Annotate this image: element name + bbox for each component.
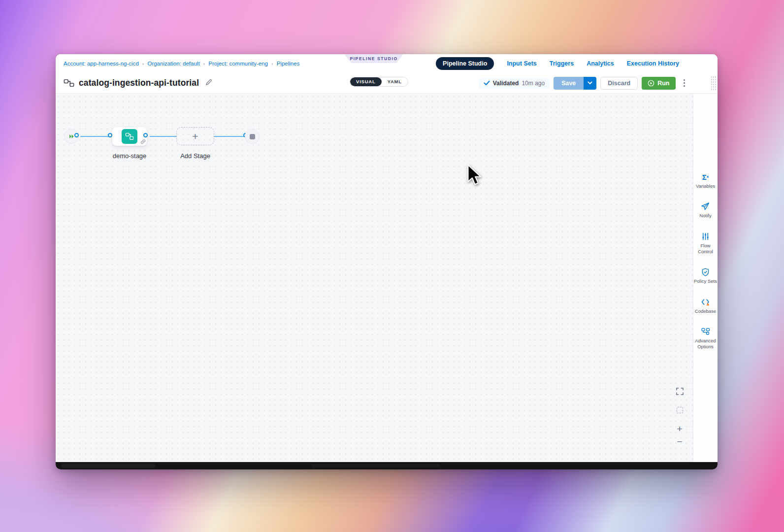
add-stage-label: Add Stage bbox=[176, 152, 214, 160]
link-icon bbox=[140, 139, 146, 144]
save-dropdown-button[interactable] bbox=[584, 77, 596, 90]
connector-line bbox=[150, 136, 176, 137]
sidebar-item-notify[interactable]: Notify bbox=[694, 202, 718, 219]
bottom-bar-content bbox=[62, 464, 155, 468]
connector-port[interactable] bbox=[74, 133, 79, 137]
stop-icon bbox=[250, 134, 255, 139]
breadcrumb-pipelines[interactable]: Pipelines bbox=[277, 61, 300, 66]
stage-label: demo-stage bbox=[100, 152, 159, 160]
top-bar: Account: app-harness-ng-cicd › Organizat… bbox=[56, 54, 718, 73]
toggle-visual[interactable]: VISUAL bbox=[350, 77, 382, 86]
pipeline-studio-badge: PIPELINE STUDIO bbox=[344, 54, 403, 63]
breadcrumb-organization[interactable]: Organization: default bbox=[147, 61, 199, 66]
play-icon bbox=[648, 80, 654, 87]
fit-view-button[interactable] bbox=[674, 404, 685, 415]
sidebar-item-label: Codebase bbox=[695, 308, 716, 314]
right-sidebar: Σx Variables Notify bbox=[693, 94, 718, 462]
custom-stage-icon bbox=[122, 129, 137, 144]
connector-line bbox=[80, 136, 108, 137]
save-button[interactable]: Save bbox=[554, 77, 584, 90]
pipeline-title: catalog-ingestion-api-tutorial bbox=[79, 78, 199, 88]
shield-check-icon bbox=[702, 267, 709, 276]
app-window: Account: app-harness-ng-cicd › Organizat… bbox=[56, 54, 718, 469]
kebab-menu[interactable] bbox=[681, 77, 688, 89]
breadcrumb-separator: › bbox=[142, 61, 144, 66]
code-warning-icon bbox=[701, 298, 710, 306]
resize-grip[interactable] bbox=[711, 76, 716, 91]
fit-view-icon bbox=[677, 407, 683, 413]
connector-line bbox=[214, 136, 244, 137]
bottom-bar bbox=[56, 462, 718, 469]
edit-title-button[interactable] bbox=[204, 78, 213, 88]
breadcrumb: Account: app-harness-ng-cicd › Organizat… bbox=[56, 61, 299, 66]
breadcrumb-separator: › bbox=[271, 61, 273, 66]
desktop-wallpaper: Account: app-harness-ng-cicd › Organizat… bbox=[0, 0, 784, 532]
tab-pipeline-studio[interactable]: Pipeline Studio bbox=[436, 57, 494, 70]
top-navigation: Pipeline Studio Input Sets Triggers Anal… bbox=[436, 57, 718, 70]
sidebar-item-codebase[interactable]: Codebase bbox=[694, 298, 718, 314]
sidebar-item-label: Flow Control bbox=[694, 243, 718, 255]
sidebar-item-label: Notify bbox=[699, 213, 711, 219]
zoom-in-button[interactable]: + bbox=[674, 423, 685, 434]
plus-icon: + bbox=[677, 424, 682, 433]
plus-icon: + bbox=[192, 131, 198, 141]
sidebar-item-advanced-options[interactable]: Advanced Options bbox=[694, 327, 718, 350]
double-play-icon bbox=[69, 134, 74, 139]
sigma-x-icon: Σx bbox=[702, 172, 709, 181]
connector-port[interactable] bbox=[108, 133, 112, 137]
breadcrumb-project[interactable]: Project: community-eng bbox=[208, 61, 268, 66]
chevron-down-icon bbox=[588, 81, 592, 85]
bottom-bar-content bbox=[312, 464, 440, 467]
sidebar-item-label: Policy Sets bbox=[694, 278, 717, 284]
mouse-cursor bbox=[467, 164, 484, 190]
fullscreen-button[interactable] bbox=[674, 386, 685, 397]
toolbar: catalog-ingestion-api-tutorial VISUAL YA… bbox=[56, 73, 718, 94]
tab-input-sets[interactable]: Input Sets bbox=[507, 60, 536, 67]
pipeline-end-node[interactable] bbox=[245, 129, 260, 144]
tab-execution-history[interactable]: Execution History bbox=[627, 60, 679, 67]
tab-triggers[interactable]: Triggers bbox=[550, 60, 574, 67]
validated-time: 10m ago bbox=[522, 80, 545, 87]
add-stage-node[interactable]: + bbox=[176, 127, 214, 145]
run-label: Run bbox=[657, 80, 669, 87]
minus-icon: − bbox=[677, 437, 682, 446]
sidebar-item-policy-sets[interactable]: Policy Sets bbox=[694, 267, 718, 284]
sidebar-item-flow-control[interactable]: Flow Control bbox=[694, 232, 718, 255]
paper-plane-icon bbox=[701, 202, 710, 211]
run-button[interactable]: Run bbox=[642, 77, 675, 90]
pipeline-canvas[interactable]: + demo-stage Add Stage bbox=[56, 94, 693, 462]
breadcrumb-separator: › bbox=[203, 61, 205, 66]
zoom-out-button[interactable]: − bbox=[674, 436, 685, 447]
toggle-yaml[interactable]: YAML bbox=[382, 77, 408, 86]
sidebar-item-label: Variables bbox=[696, 183, 715, 189]
connector-port[interactable] bbox=[143, 133, 148, 137]
check-icon bbox=[484, 80, 490, 86]
validated-badge: Validated 10m ago bbox=[479, 77, 550, 89]
pencil-icon bbox=[205, 79, 212, 87]
pipeline-icon bbox=[64, 79, 74, 87]
save-split-button: Save bbox=[554, 77, 596, 90]
sliders-icon bbox=[702, 232, 709, 241]
tab-analytics[interactable]: Analytics bbox=[587, 60, 614, 67]
sidebar-item-variables[interactable]: Σx Variables bbox=[694, 172, 718, 189]
sidebar-item-label: Advanced Options bbox=[694, 338, 718, 350]
fullscreen-icon bbox=[676, 388, 684, 395]
flow-gear-icon bbox=[701, 327, 710, 336]
validated-label: Validated bbox=[493, 80, 519, 87]
breadcrumb-account[interactable]: Account: app-harness-ng-cicd bbox=[64, 61, 139, 66]
discard-button[interactable]: Discard bbox=[600, 77, 638, 90]
visual-yaml-toggle: VISUAL YAML bbox=[350, 77, 408, 87]
